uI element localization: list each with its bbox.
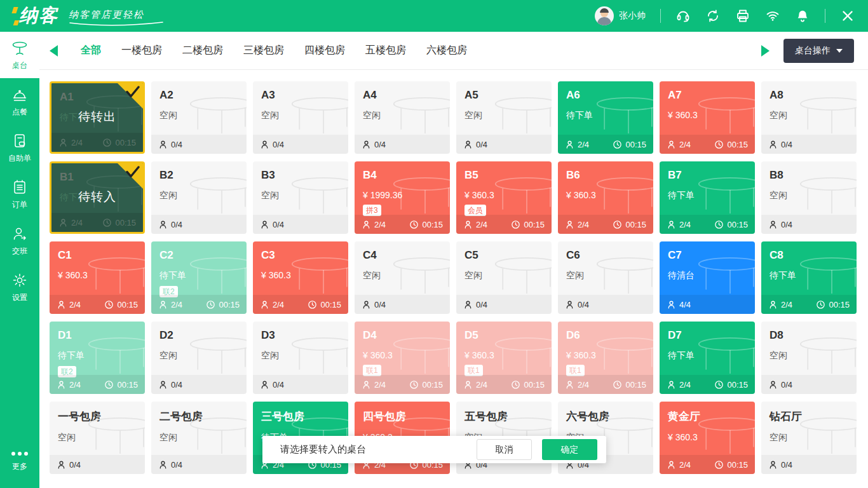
table-card-D7[interactable]: D7 待下单 2/4 00:15 [660,322,755,394]
table-card-B1[interactable]: B1 待下单 待转入 2/4 00:15 [50,161,145,234]
table-card-B5[interactable]: B5 ¥ 360.3 会员 2/4 00:15 [456,161,552,234]
cancel-button[interactable]: 取消 [477,439,532,460]
table-card-C1[interactable]: C1 ¥ 360.3 2/4 00:15 [50,241,145,314]
table-card-黄金厅[interactable]: 黄金厅 ¥ 360.3 2/4 00:15 [660,402,755,474]
table-name: D7 [660,322,755,342]
table-card-A3[interactable]: A3 空闲 0/4 [253,81,348,154]
occupancy: 2/4 [768,300,792,309]
table-card-C7[interactable]: C7 待清台 4/4 [660,241,755,314]
tab-floor-4[interactable]: 四楼包房 [304,44,345,57]
tab-all[interactable]: 全部 [81,44,101,57]
occupancy-value: 0/4 [578,300,589,309]
brand: 纳客 纳客管店更轻松 [13,3,144,29]
bell-icon[interactable] [795,8,810,24]
table-card-C6[interactable]: C6 空闲 0/4 [558,241,653,314]
table-card-B3[interactable]: B3 空闲 0/4 [253,161,348,234]
table-card-A1[interactable]: A1 待下单 待转出 2/4 00:15 [50,81,145,154]
table-card-D3[interactable]: D3 空闲 0/4 [253,322,348,394]
sidebar-item-tables[interactable]: 桌台 [0,32,39,78]
sidebar-item-more[interactable]: 更多 [0,442,39,488]
table-status: ¥ 360.3 [660,424,755,442]
wifi-icon[interactable] [765,8,780,24]
table-card-C4[interactable]: C4 空闲 0/4 [355,241,450,314]
table-card-C5[interactable]: C5 空闲 0/4 [456,241,552,314]
printer-icon[interactable] [735,8,750,24]
table-card-A5[interactable]: A5 空闲 0/4 [456,81,552,154]
headset-icon[interactable] [675,8,691,24]
tabs-scroll-left-icon[interactable] [50,45,58,57]
table-card-B6[interactable]: B6 ¥ 360.3 2/4 00:15 [558,161,653,234]
table-timer: 00:15 [104,300,138,309]
person-icon [58,218,68,227]
occupancy-value: 2/4 [476,220,487,229]
toast-message: 请选择要转入的桌台 [280,444,477,456]
person-icon [768,140,778,149]
table-card-A2[interactable]: A2 空闲 0/4 [151,81,247,154]
occupancy: 2/4 [667,460,691,470]
sidebar-item-settings[interactable]: 设置 [0,264,39,310]
table-card-A4[interactable]: A4 空闲 0/4 [355,81,450,154]
table-name: A7 [660,81,755,102]
user-menu[interactable]: 张小帅 [595,6,646,25]
table-card-D4[interactable]: D4 ¥ 360.3 联1 2/4 00:15 [355,322,450,394]
sidebar-item-label: 交班 [12,246,27,257]
table-name: C3 [253,241,348,262]
timer-value: 00:15 [727,380,748,390]
tab-floor-5[interactable]: 五楼包房 [365,44,406,57]
person-icon [362,380,371,390]
table-card-footer: 2/4 00:15 [151,295,247,314]
table-card-D6[interactable]: D6 ¥ 360.3 联1 2/4 00:15 [558,322,653,394]
table-card-A6[interactable]: A6 待下单 2/4 00:15 [558,81,653,154]
table-name: 二号包房 [151,402,247,424]
table-card-A7[interactable]: A7 ¥ 360.3 2/4 00:15 [660,81,755,154]
table-card-D8[interactable]: D8 空闲 0/4 [761,322,857,394]
ellipsis-icon [11,449,28,458]
table-card-footer: 2/4 00:15 [660,455,755,474]
sidebar-item-self-order[interactable]: 自助单 [0,125,39,171]
occupancy-value: 0/4 [171,380,182,390]
timer-value: 00:15 [117,300,138,309]
table-card-二号包房[interactable]: 二号包房 空闲 0/4 [151,402,247,474]
sidebar-item-orders[interactable]: 订单 [0,171,39,217]
person-icon [463,220,473,229]
occupancy-value: 2/4 [578,140,589,149]
table-card-B2[interactable]: B2 空闲 0/4 [151,161,247,234]
person-icon [768,220,778,229]
table-card-D2[interactable]: D2 空闲 0/4 [151,322,247,394]
occupancy: 0/4 [768,460,792,470]
table-name: D1 [50,322,145,342]
sidebar-item-order[interactable]: 点餐 [0,78,39,125]
table-card-D1[interactable]: D1 待下单 联2 2/4 00:15 [50,322,145,394]
table-card-C2[interactable]: C2 待下单 联2 2/4 00:15 [151,241,247,314]
table-card-footer: 0/4 [151,135,247,154]
occupancy: 0/4 [463,300,487,309]
sync-icon[interactable] [705,8,721,24]
tab-floor-6[interactable]: 六楼包房 [426,44,467,57]
occupancy: 2/4 [58,138,83,147]
table-card-A8[interactable]: A8 空闲 0/4 [761,81,857,154]
table-card-一号包房[interactable]: 一号包房 空闲 0/4 [50,402,145,474]
occupancy-value: 2/4 [679,220,691,229]
table-card-C3[interactable]: C3 ¥ 360.3 2/4 00:15 [253,241,348,314]
occupancy: 0/4 [158,380,182,390]
table-operations-button[interactable]: 桌台操作 [783,39,854,63]
confirm-button[interactable]: 确定 [542,439,597,460]
table-card-footer: 0/4 [151,215,247,234]
table-card-B8[interactable]: B8 空闲 0/4 [761,161,857,234]
table-card-钻石厅[interactable]: 钻石厅 空闲 0/4 [761,402,857,474]
tab-floor-2[interactable]: 二楼包房 [182,44,223,57]
table-name: C1 [50,241,145,262]
table-grid: A1 待下单 待转出 2/4 00:15 A2 空闲 [39,70,868,485]
person-icon [57,300,66,309]
tab-floor-3[interactable]: 三楼包房 [243,44,284,57]
table-card-B4[interactable]: B4 ¥ 1999.36 拼3 2/4 00:15 [355,161,450,234]
sidebar-item-shift[interactable]: 交班 [0,217,39,264]
close-icon[interactable] [840,8,855,24]
table-card-footer: 0/4 [761,135,857,154]
table-card-D5[interactable]: D5 ¥ 360.3 联1 2/4 00:15 [456,322,552,394]
tabs-scroll-right-icon[interactable] [761,45,770,57]
occupancy-value: 2/4 [476,380,487,390]
table-card-C8[interactable]: C8 待下单 2/4 00:15 [761,241,857,314]
table-card-B7[interactable]: B7 待下单 2/4 00:15 [660,161,755,234]
tab-floor-1[interactable]: 一楼包房 [121,44,162,57]
